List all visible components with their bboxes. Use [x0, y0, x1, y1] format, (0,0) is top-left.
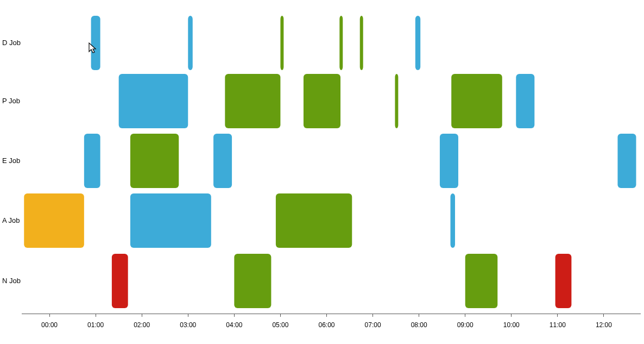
bar-p-job-6[interactable]	[119, 74, 188, 128]
x-tick-label-3: 03:00	[180, 321, 196, 329]
bar-d-job-4[interactable]	[360, 16, 363, 70]
row-label-p-job: P Job	[2, 97, 20, 105]
x-tick-label-7: 07:00	[365, 321, 381, 329]
x-tick-label-11: 11:00	[550, 321, 566, 329]
bar-a-job-20[interactable]	[450, 193, 455, 248]
x-tick-label-1: 01:00	[87, 321, 104, 329]
x-tick-label-8: 08:00	[411, 321, 427, 329]
bar-d-job-2[interactable]	[280, 16, 283, 70]
row-label-n-job: N Job	[2, 277, 21, 285]
x-tick-label-12: 12:00	[596, 321, 612, 329]
x-tick-label-9: 09:00	[457, 321, 473, 329]
bar-p-job-8[interactable]	[304, 74, 340, 128]
bar-e-job-15[interactable]	[440, 134, 458, 188]
row-label-d-job: D Job	[2, 39, 21, 47]
bar-a-job-18[interactable]	[130, 193, 211, 248]
bar-p-job-10[interactable]	[451, 74, 502, 128]
x-tick-label-6: 06:00	[318, 321, 334, 329]
bar-n-job-24[interactable]	[555, 254, 572, 308]
x-tick-label-4: 04:00	[226, 321, 242, 329]
x-tick-label-10: 10:00	[503, 321, 520, 329]
bar-d-job-0[interactable]	[91, 16, 100, 70]
bar-e-job-12[interactable]	[84, 134, 100, 188]
row-label-a-job: A Job	[2, 216, 20, 224]
bar-d-job-5[interactable]	[415, 16, 420, 70]
bar-n-job-21[interactable]	[112, 254, 128, 308]
bar-n-job-22[interactable]	[234, 254, 271, 308]
bar-a-job-17[interactable]	[24, 193, 84, 248]
x-tick-label-2: 02:00	[134, 321, 150, 329]
x-tick-label-5: 05:00	[272, 321, 288, 329]
bar-n-job-23[interactable]	[465, 254, 498, 308]
bar-e-job-13[interactable]	[130, 134, 179, 188]
gantt-chart: D JobP JobE JobA JobN Job00:0001:0002:00…	[0, 0, 644, 344]
bar-e-job-14[interactable]	[213, 134, 232, 188]
bar-p-job-9[interactable]	[395, 74, 398, 128]
bar-d-job-1[interactable]	[188, 16, 193, 70]
bar-a-job-19[interactable]	[276, 193, 352, 248]
bar-e-job-16[interactable]	[617, 134, 636, 188]
x-tick-label-0: 00:00	[41, 321, 58, 329]
row-label-e-job: E Job	[2, 157, 20, 165]
bar-p-job-7[interactable]	[225, 74, 280, 128]
bar-p-job-11[interactable]	[516, 74, 534, 128]
bars-group	[24, 16, 636, 308]
bar-d-job-3[interactable]	[339, 16, 343, 70]
